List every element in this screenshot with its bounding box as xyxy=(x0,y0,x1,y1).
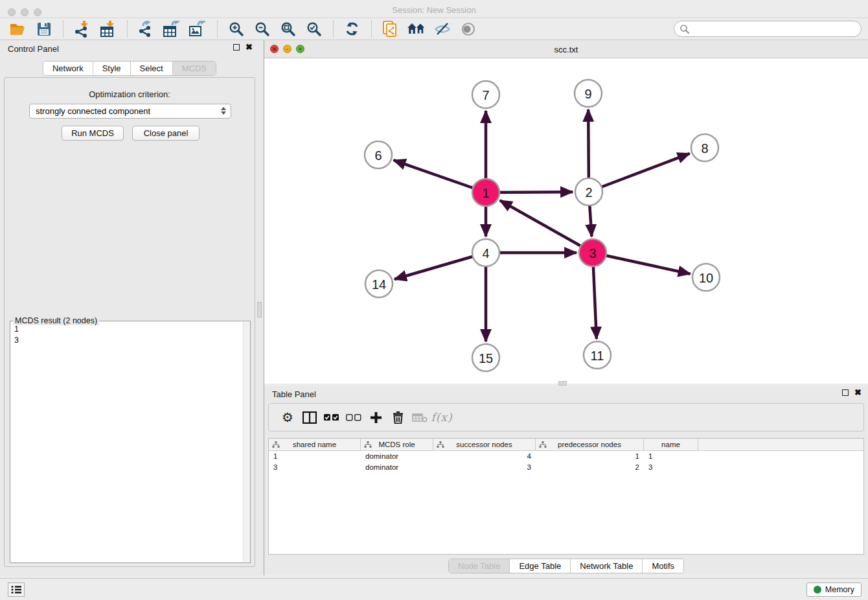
zoom-fit-icon[interactable] xyxy=(279,19,298,39)
zoom-in-icon[interactable] xyxy=(227,19,246,39)
float-panel-icon[interactable] xyxy=(233,44,240,51)
select-all-columns-icon[interactable] xyxy=(321,408,343,427)
column-header-label: shared name xyxy=(293,441,336,448)
toolbar-separator xyxy=(333,21,334,38)
table-cell[interactable]: 3 xyxy=(644,462,698,473)
column-header-MCDS-role[interactable]: MCDS role xyxy=(361,439,433,450)
network-window-titlebar[interactable]: ✕ − + scc.txt xyxy=(264,40,868,58)
vertical-splitter-handle[interactable] xyxy=(257,302,262,317)
table-cell[interactable]: 3 xyxy=(269,462,361,473)
horizontal-splitter-handle[interactable] xyxy=(558,381,567,386)
table-cell[interactable]: 4 xyxy=(433,451,536,462)
task-history-button[interactable] xyxy=(8,583,25,597)
search-input[interactable] xyxy=(690,25,852,34)
result-scrollbar[interactable] xyxy=(243,322,250,562)
table-tab-edge-table[interactable]: Edge Table xyxy=(510,559,571,573)
table-tab-network-table[interactable]: Network Table xyxy=(571,559,643,573)
save-session-icon[interactable] xyxy=(34,19,54,39)
table-tab-node-table[interactable]: Node Table xyxy=(449,559,510,573)
optimization-criterion-select[interactable]: strongly connected component xyxy=(29,104,231,119)
column-header-label: successor nodes xyxy=(456,441,512,448)
close-panel-icon[interactable]: ✖ xyxy=(246,44,253,51)
table-cell[interactable]: 2 xyxy=(536,462,644,473)
table-cell[interactable]: 1 xyxy=(536,451,644,462)
control-panel-title: Control Panel xyxy=(8,44,59,54)
table-cell[interactable]: dominator xyxy=(361,451,433,462)
tab-network[interactable]: Network xyxy=(43,62,93,75)
zoom-selected-icon[interactable] xyxy=(304,19,324,39)
delete-columns-icon[interactable] xyxy=(387,408,409,427)
tab-mcds[interactable]: MCDS xyxy=(173,62,216,75)
hide-graphics-details-icon[interactable] xyxy=(433,19,452,39)
network-view-window: ✕ − + scc.txt 7968124314101511 xyxy=(264,40,868,384)
close-panel-button[interactable]: Close panel xyxy=(132,126,200,141)
table-toolbar: ⚙ f(x) xyxy=(268,403,864,432)
graph-node-label-15: 15 xyxy=(479,351,493,365)
table-tab-motifs[interactable]: Motifs xyxy=(643,559,683,573)
table-cell[interactable]: 1 xyxy=(644,451,698,462)
toolbar-search-field[interactable] xyxy=(674,21,862,37)
control-panel-tabs: NetworkStyleSelectMCDS xyxy=(0,61,259,76)
column-type-icon xyxy=(437,441,444,448)
table-row[interactable]: 3dominator323 xyxy=(269,462,863,473)
graph-edge-1-6[interactable] xyxy=(394,160,486,192)
table-row[interactable]: 1dominator411 xyxy=(269,451,863,462)
graph-node-label-8: 8 xyxy=(701,141,708,156)
network-home-icon[interactable] xyxy=(407,19,426,39)
float-table-panel-icon[interactable] xyxy=(842,389,849,396)
run-mcds-button[interactable]: Run MCDS xyxy=(62,126,124,141)
node-table[interactable]: shared nameMCDS rolesuccessor nodesprede… xyxy=(268,438,864,555)
close-table-panel-icon[interactable]: ✖ xyxy=(854,389,862,396)
create-new-column-icon[interactable] xyxy=(365,408,387,427)
app-titlebar: Session: New Session xyxy=(0,0,868,18)
network-window-title: scc.txt xyxy=(264,45,868,54)
graph-node-label-3: 3 xyxy=(589,246,596,260)
table-cell[interactable]: 1 xyxy=(269,451,361,462)
export-image-icon[interactable] xyxy=(188,19,208,39)
graph-node-label-10: 10 xyxy=(699,271,713,285)
column-header-label: name xyxy=(661,441,680,448)
column-header-successor-nodes[interactable]: successor nodes xyxy=(433,439,536,450)
toolbar-separator xyxy=(127,21,128,38)
import-table-icon[interactable] xyxy=(98,19,118,39)
mcds-result-list: 13 xyxy=(14,324,19,346)
mcds-panel: Optimization criterion: strongly connect… xyxy=(4,77,255,567)
import-network-icon[interactable] xyxy=(73,19,92,39)
show-graphics-details-icon[interactable] xyxy=(459,19,478,39)
zoom-out-icon[interactable] xyxy=(253,19,272,39)
apply-layout-refresh-icon[interactable] xyxy=(343,19,362,39)
table-panel-title: Table Panel xyxy=(272,389,316,399)
table-options-gear-icon[interactable]: ⚙ xyxy=(277,408,299,427)
new-network-from-selection-icon[interactable] xyxy=(381,19,400,39)
column-header-predecessor-nodes[interactable]: predecessor nodes xyxy=(536,439,644,450)
tab-style[interactable]: Style xyxy=(93,62,131,75)
export-table-icon[interactable] xyxy=(163,19,182,39)
column-header-shared-name[interactable]: shared name xyxy=(269,439,361,450)
graph-node-label-7: 7 xyxy=(482,88,489,102)
export-network-icon[interactable] xyxy=(137,19,156,39)
memory-button[interactable]: Memory xyxy=(806,583,862,597)
criterion-selected-value: strongly connected component xyxy=(36,106,150,116)
status-bar: Memory xyxy=(0,578,868,600)
mcds-result-title: MCDS result (2 nodes) xyxy=(13,316,99,325)
open-session-icon[interactable] xyxy=(8,19,28,39)
graph-edge-3-1[interactable] xyxy=(500,200,593,253)
control-panel-tabgroup: NetworkStyleSelectMCDS xyxy=(43,61,216,76)
table-cell[interactable]: dominator xyxy=(361,462,433,473)
network-canvas-svg[interactable]: 7968124314101511 xyxy=(264,58,868,384)
graph-edge-2-8[interactable] xyxy=(589,154,690,192)
mcds-result-node: 1 xyxy=(14,324,19,335)
tab-select[interactable]: Select xyxy=(131,62,173,75)
column-header-name[interactable]: name xyxy=(644,439,698,450)
search-icon xyxy=(680,24,690,34)
table-cell[interactable]: 3 xyxy=(433,462,536,473)
toggle-panel-split-icon[interactable] xyxy=(299,408,321,427)
unselect-all-columns-icon[interactable] xyxy=(343,408,365,427)
graph-node-label-6: 6 xyxy=(374,148,382,163)
graph-edge-3-10[interactable] xyxy=(593,253,691,274)
column-type-icon xyxy=(539,441,547,448)
toolbar-separator xyxy=(371,21,372,38)
memory-status-icon xyxy=(814,586,821,594)
mcds-result-node: 3 xyxy=(14,335,19,346)
column-header-label: predecessor nodes xyxy=(558,441,621,448)
